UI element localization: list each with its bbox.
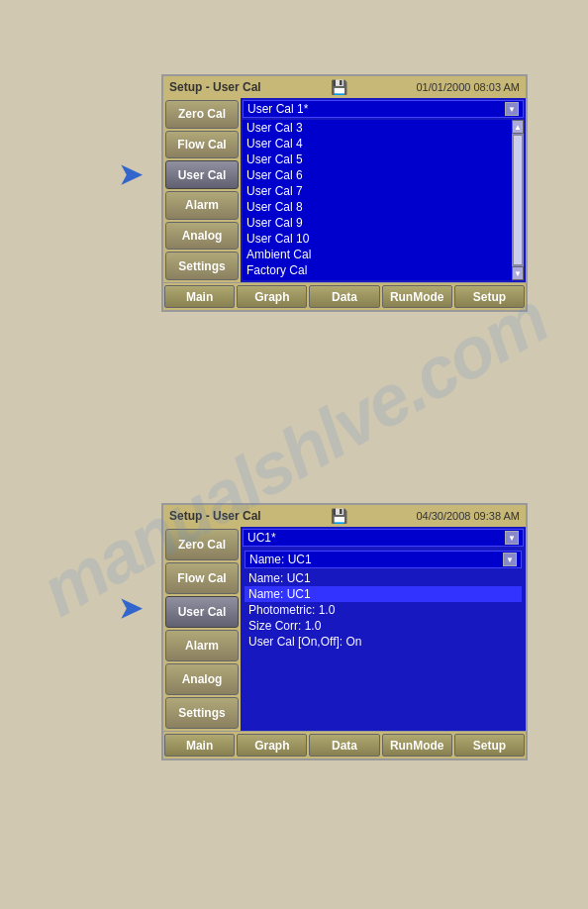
panel1-nav: Main Graph Data RunMode Setup — [163, 282, 526, 310]
panel1-dropdown-arrow[interactable]: ▼ — [505, 102, 519, 116]
list-item[interactable]: User Cal 8 — [243, 199, 510, 215]
panel1-list: User Cal 3User Cal 4User Cal 5User Cal 6… — [243, 120, 524, 280]
panel2-nav-setup[interactable]: Setup — [454, 734, 525, 757]
panel2-detail-name-dropdown[interactable]: Name: UC1▼ — [245, 551, 522, 568]
list-item[interactable]: User Cal 10 — [243, 231, 510, 247]
panel1-title: Setup - User Cal — [169, 80, 261, 94]
sidebar-item-alarm[interactable]: Alarm — [165, 191, 239, 220]
panel2-nav-graph[interactable]: Graph — [237, 734, 307, 757]
panel1-header: Setup - User Cal 💾 01/01/2000 08:03 AM — [163, 76, 526, 98]
panel2-dropdown-value: UC1* — [247, 531, 505, 545]
panel2: Setup - User Cal 💾 04/30/2008 09:38 AM Z… — [161, 503, 528, 760]
panel2-detail-item: User Cal [On,Off]: On — [245, 634, 522, 650]
sidebar-item-settings[interactable]: Settings — [165, 252, 239, 280]
panel1-nav-graph[interactable]: Graph — [237, 285, 307, 308]
panel2-save-icon[interactable]: 💾 — [331, 508, 347, 524]
sidebar-item-zero-cal[interactable]: Zero Cal — [165, 100, 239, 129]
panel2-detail-item: Name: UC1 — [245, 586, 522, 602]
panel2-detail-item: Photometric: 1.0 — [245, 602, 522, 618]
panel1-sidebar: Zero Cal Flow Cal User Cal Alarm Analog … — [163, 98, 241, 282]
panel1-body: Zero Cal Flow Cal User Cal Alarm Analog … — [163, 98, 526, 282]
panel2-sidebar-zero-cal[interactable]: Zero Cal — [165, 529, 239, 560]
list-item[interactable]: User Cal 6 — [243, 167, 510, 183]
list-item[interactable]: User Cal 7 — [243, 183, 510, 199]
list-item[interactable]: Factory Cal — [243, 262, 510, 278]
panel1: Setup - User Cal 💾 01/01/2000 08:03 AM Z… — [161, 74, 528, 312]
sidebar-item-analog[interactable]: Analog — [165, 222, 239, 251]
panel1-dropdown[interactable]: User Cal 1* ▼ — [243, 100, 524, 118]
panel2-header: Setup - User Cal 💾 04/30/2008 09:38 AM — [163, 505, 526, 527]
list-item[interactable]: User Cal 9 — [243, 215, 510, 231]
panel1-scroll-up[interactable]: ▲ — [512, 120, 524, 134]
panel2-sidebar-analog[interactable]: Analog — [165, 663, 239, 695]
panel2-sidebar-alarm[interactable]: Alarm — [165, 630, 239, 661]
panel2-sidebar-settings[interactable]: Settings — [165, 697, 239, 729]
list-item[interactable]: User Cal 3 — [243, 120, 510, 136]
panel1-scroll-down[interactable]: ▼ — [512, 266, 524, 280]
panel2-title: Setup - User Cal — [169, 509, 261, 523]
panel2-dropdown[interactable]: UC1* ▼ — [243, 529, 524, 547]
panel2-nav: Main Graph Data RunMode Setup — [163, 731, 526, 758]
panel1-content: User Cal 1* ▼ User Cal 3User Cal 4User C… — [241, 98, 526, 282]
panel2-content: UC1* ▼ Name: UC1▼Name: UC1Name: UC1Photo… — [241, 527, 526, 731]
panel2-nav-runmode[interactable]: RunMode — [382, 734, 452, 757]
panel2-detail-list: Name: UC1▼Name: UC1Name: UC1Photometric:… — [241, 549, 526, 652]
list-item[interactable]: User Cal 5 — [243, 152, 510, 167]
panel1-nav-setup[interactable]: Setup — [454, 285, 525, 308]
panel1-timestamp: 01/01/2000 08:03 AM — [416, 81, 520, 93]
panel2-detail-item: Size Corr: 1.0 — [245, 618, 522, 634]
panel1-nav-data[interactable]: Data — [309, 285, 379, 308]
panel2-detail-item: Name: UC1 — [245, 570, 522, 586]
panel2-timestamp: 04/30/2008 09:38 AM — [416, 510, 520, 522]
panel2-dropdown-arrow[interactable]: ▼ — [505, 531, 519, 545]
panel2-body: Zero Cal Flow Cal User Cal Alarm Analog … — [163, 527, 526, 731]
list-item[interactable]: Ambient Cal — [243, 247, 510, 262]
panel2-nav-data[interactable]: Data — [309, 734, 379, 757]
sidebar-item-flow-cal[interactable]: Flow Cal — [165, 131, 239, 159]
panel1-dropdown-value: User Cal 1* — [247, 102, 505, 116]
panel2-sidebar-user-cal[interactable]: User Cal — [165, 596, 239, 628]
sidebar-item-user-cal[interactable]: User Cal — [165, 160, 239, 189]
panel1-scroll-thumb[interactable] — [513, 135, 523, 265]
list-item[interactable]: User Cal 4 — [243, 136, 510, 152]
panel2-sidebar: Zero Cal Flow Cal User Cal Alarm Analog … — [163, 527, 241, 731]
panel2-nav-main[interactable]: Main — [164, 734, 235, 757]
panel1-arrow: ➤ — [119, 158, 142, 191]
panel1-save-icon[interactable]: 💾 — [331, 79, 347, 95]
panel2-arrow: ➤ — [119, 592, 142, 625]
panel1-nav-main[interactable]: Main — [164, 285, 235, 308]
panel1-nav-runmode[interactable]: RunMode — [382, 285, 452, 308]
panel1-scrollbar[interactable]: ▲ ▼ — [512, 120, 524, 280]
panel2-sidebar-flow-cal[interactable]: Flow Cal — [165, 562, 239, 594]
